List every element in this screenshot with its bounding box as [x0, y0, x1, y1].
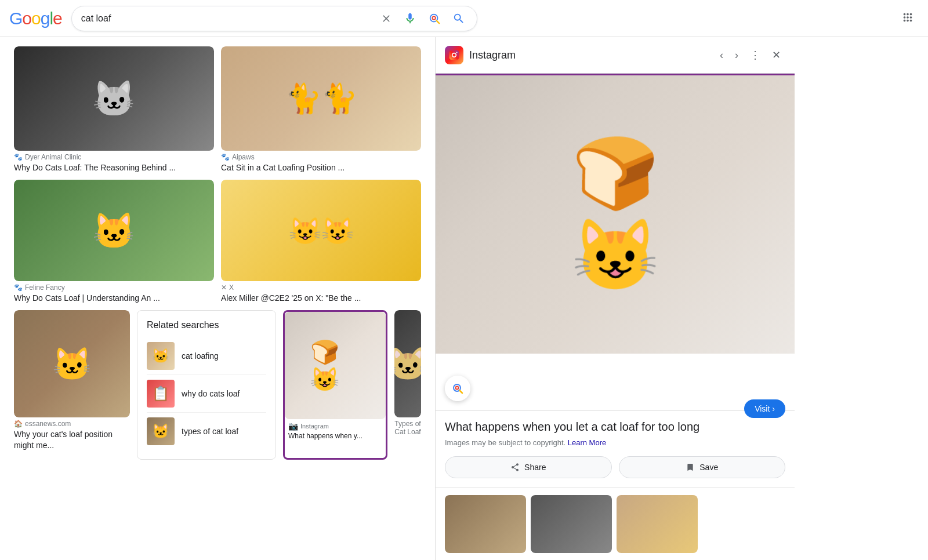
search-button[interactable] [450, 10, 467, 27]
next-button[interactable]: › [730, 45, 743, 66]
source-label-1: 🐾 Dyer Animal Clinic [14, 153, 214, 161]
search-icon [452, 12, 465, 25]
cat-image-3 [14, 180, 214, 281]
share-label: Share [524, 463, 546, 472]
related-searches-title: Related searches [147, 320, 266, 330]
save-label: Save [699, 463, 718, 472]
source-label-5: 🏠 essanews.com [14, 420, 130, 428]
voice-search-button[interactable] [401, 10, 419, 27]
thumbnail-1[interactable] [445, 495, 526, 553]
instagram-logo [445, 46, 463, 64]
clear-button[interactable] [378, 10, 394, 27]
lens-search-button[interactable] [426, 10, 443, 27]
left-panel: 🐾 Dyer Animal Clinic Why Do Cats Loaf: T… [0, 37, 435, 560]
thumbnail-2[interactable] [531, 495, 612, 553]
logo-g2: g [41, 9, 50, 28]
prev-button[interactable]: ‹ [715, 45, 728, 66]
cat-sofa-card[interactable]: 🏠 essanews.com Why your cat's loaf posit… [14, 310, 130, 460]
source-name-4: X [229, 283, 234, 292]
search-input[interactable] [81, 13, 371, 24]
card-title-5: Why your cat's loaf position might me... [14, 429, 130, 450]
related-text-1: cat loafing [182, 351, 219, 362]
source-label-4: ✕ X [221, 283, 421, 292]
card-title-2: Cat Sit in a Cat Loafing Position ... [221, 162, 421, 173]
preview-main-image: 🍞😺 [436, 75, 795, 354]
svg-point-1 [432, 16, 436, 19]
card-title-3: Why Do Cats Loaf | Understanding An ... [14, 293, 214, 303]
selected-caption: What happens when y... [285, 432, 386, 445]
source-name-2: Aipaws [232, 153, 255, 161]
svg-line-8 [460, 391, 463, 394]
preview-cat-emoji: 🍞😺 [572, 133, 659, 296]
cat-image-1 [14, 46, 214, 151]
search-bar [71, 6, 477, 31]
lens-search-overlay-button[interactable] [445, 376, 470, 401]
logo-e: e [53, 9, 62, 28]
cat-image-2 [221, 46, 421, 151]
image-grid: 🐾 Dyer Animal Clinic Why Do Cats Loaf: T… [14, 46, 421, 303]
types-label: Types of Cat Loaf [394, 420, 421, 436]
related-text-3: types of cat loaf [182, 426, 238, 438]
image-card-1[interactable]: 🐾 Dyer Animal Clinic Why Do Cats Loaf: T… [14, 46, 214, 173]
microphone-icon [404, 12, 416, 25]
save-icon [686, 463, 695, 472]
preview-info: What happens when you let a cat loaf for… [436, 410, 795, 488]
source-icon-2: 🐾 [221, 153, 230, 161]
related-searches-panel: Related searches 🐱 cat loafing 📋 why do … [137, 310, 276, 460]
related-thumb-3: 🐱 [147, 417, 175, 445]
logo-o1: o [22, 9, 31, 28]
source-icon-4: ✕ [221, 283, 227, 292]
instagram-icon-small: 📷 [288, 421, 298, 431]
source-label-3: 🐾 Feline Fancy [14, 283, 214, 292]
header: G o o g l e [0, 0, 928, 37]
more-options-button[interactable]: ⋮ [745, 44, 765, 66]
save-button[interactable]: Save [619, 456, 786, 478]
preview-header: Instagram ‹ › ⋮ ✕ [436, 37, 795, 74]
svg-point-5 [456, 52, 458, 53]
related-item-2[interactable]: 📋 why do cats loaf [147, 375, 266, 413]
instagram-icon [448, 49, 460, 61]
share-button[interactable]: Share [445, 456, 612, 478]
google-apps-button[interactable] [897, 6, 919, 30]
preview-source-title: Instagram [469, 49, 709, 61]
learn-more-link[interactable]: Learn More [568, 438, 606, 447]
svg-point-7 [456, 387, 459, 390]
action-buttons: Share Save [445, 456, 785, 478]
preview-navigation: ‹ › ⋮ ✕ [715, 44, 785, 66]
lens-overlay-icon [451, 381, 465, 395]
preview-image-container: 🍞😺 [436, 75, 795, 410]
image-card-2[interactable]: 🐾 Aipaws Cat Sit in a Cat Loafing Positi… [221, 46, 421, 173]
image-card-3[interactable]: 🐾 Feline Fancy Why Do Cats Loaf | Unders… [14, 180, 214, 303]
svg-rect-3 [449, 50, 459, 60]
thumbnail-strip [436, 488, 795, 560]
logo-o2: o [31, 9, 41, 28]
source-icon-3: 🐾 [14, 283, 23, 292]
preview-caption: What happens when you let a cat loaf for… [445, 420, 699, 434]
source-name-5: essanews.com [25, 420, 71, 428]
cat-sofa-image [14, 310, 130, 417]
google-logo[interactable]: G o o g l e [9, 9, 62, 28]
source-label-2: 🐾 Aipaws [221, 153, 421, 161]
selected-image-card[interactable]: 📷 Instagram What happens when y... [283, 310, 387, 460]
close-panel-button[interactable]: ✕ [767, 44, 785, 66]
related-item-1[interactable]: 🐱 cat loafing [147, 337, 266, 375]
card-title-1: Why Do Cats Loaf: The Reasoning Behind .… [14, 162, 214, 173]
search-icons [378, 10, 467, 27]
clear-icon [380, 13, 392, 24]
cat-image-4 [221, 180, 421, 281]
thumbnail-3[interactable] [617, 495, 698, 553]
share-icon [510, 463, 520, 472]
selected-source-name: Instagram [300, 423, 329, 430]
copyright-text: Images may be subject to copyright. [445, 438, 566, 447]
svg-line-2 [436, 20, 439, 23]
related-item-3[interactable]: 🐱 types of cat loaf [147, 413, 266, 450]
types-image [394, 310, 421, 417]
related-text-2: why do cats loaf [182, 388, 240, 400]
lens-icon [428, 12, 441, 25]
types-area[interactable]: Types of Cat Loaf [394, 310, 421, 460]
image-card-4[interactable]: ✕ X Alex Miller @C2E2 '25 on X: "Be the … [221, 180, 421, 303]
related-thumb-2: 📋 [147, 380, 175, 408]
grid-icon [901, 11, 914, 24]
source-icon-1: 🐾 [14, 153, 23, 161]
main-content: 🐾 Dyer Animal Clinic Why Do Cats Loaf: T… [0, 37, 928, 560]
